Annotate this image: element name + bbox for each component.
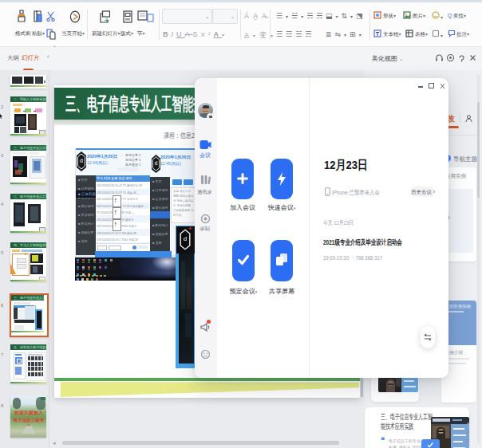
svg-text:d: d: [80, 158, 83, 163]
svg-text:d: d: [155, 160, 158, 166]
svg-text:d: d: [184, 235, 188, 242]
